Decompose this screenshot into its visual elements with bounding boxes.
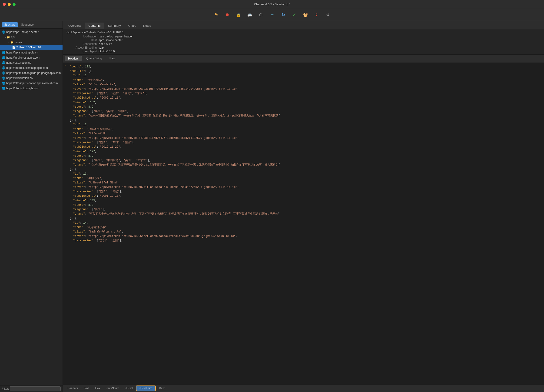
chevron-down-icon: ▾ (5, 36, 6, 39)
tree-item-label: https://init.itunes.apple.com (6, 56, 40, 59)
tree-item-smoot[interactable]: 🌐 https://api.smoot.apple.cn (0, 50, 63, 55)
json-line: "id": 11, (66, 73, 540, 78)
json-line: "score": 8.9, (66, 154, 540, 158)
chevron-down-icon: ▾ (8, 41, 10, 44)
lock-icon[interactable]: 🔒 (235, 12, 242, 18)
json-line: "minute": 135, (66, 199, 540, 203)
tree-item-notion-www[interactable]: 🌐 https://www.notion.so (0, 76, 63, 81)
bottom-tab-javascript[interactable]: JavaScript (103, 386, 122, 391)
globe-icon: 🌐 (2, 87, 5, 90)
tree-item-itunes[interactable]: 🌐 https://init.itunes.apple.com (0, 55, 63, 60)
stop-icon[interactable]: ⬡ (258, 12, 264, 18)
pen-icon[interactable]: ✏ (269, 12, 275, 18)
filter-input[interactable] (10, 386, 61, 391)
meta-key-logheader: log-header (66, 35, 97, 38)
sidebar: Structure Sequence 🌐 https://app1.scrape… (0, 21, 63, 392)
globe-icon: 🌐 (2, 77, 5, 80)
json-line: "alias": "A Beautiful Mind", (66, 181, 540, 185)
basket-icon[interactable]: 🧺 (302, 12, 309, 18)
json-line: }, { (66, 216, 540, 221)
tree-item-splunk[interactable]: 🌐 https://http-inputs-notion.splunkcloud… (0, 81, 63, 86)
bottom-tab-json[interactable]: JSON (123, 386, 136, 391)
json-line: "categories": ["剧情", "传记"], (66, 190, 540, 194)
tree-item-label: https://http-inputs-notion.splunkcloud.c… (6, 82, 58, 85)
meta-val-useragent: okhttp/3.10.0 (99, 50, 540, 53)
tab-notes[interactable]: Notes (140, 23, 155, 29)
sidebar-tree: 🌐 https://app1.scrape.center ▾ 📁 api ▾ 📁… (0, 29, 63, 385)
tree-item-label: https://android.clients.google.com (6, 66, 48, 70)
sub-tabs: Headers Query String Raw (63, 55, 544, 63)
tree-item-google[interactable]: 🌐 https://clients2.google.com (0, 86, 63, 91)
json-line: "cover": "https://p1.meituan.net/movie/0… (66, 234, 540, 238)
bottom-tab-json-text[interactable]: JSON Text (136, 386, 156, 391)
sub-tab-raw[interactable]: Raw (106, 56, 118, 61)
json-line: "count": 102, (66, 65, 540, 69)
gear-icon[interactable]: ⚙ (325, 12, 331, 18)
json-line: "score": 8.8, (66, 203, 540, 207)
tree-item-app1[interactable]: 🌐 https://app1.scrape.center (0, 30, 63, 35)
toolbar: ⚑ ⏺ 🔒 🚐 ⬡ ✏ ↻ ✓ 🧺 🎙 ⚙ (0, 9, 544, 21)
json-line: "categories": ["剧情", "奇幻", "冒险"], (66, 140, 540, 145)
close-button[interactable] (3, 3, 6, 6)
file-icon: 📄 (12, 46, 15, 49)
content-tabs: Overview Contents Summary Chart Notes (63, 21, 544, 29)
bottom-tabs: Headers Text Hex JavaScript JSON JSON Te… (63, 384, 544, 392)
tree-item-label: https://www.notion.so (6, 77, 33, 80)
tree-item-optimization[interactable]: 🌐 https://optimizationguide-pa.googleapi… (0, 71, 63, 76)
json-line: }, { (66, 118, 540, 123)
globe-icon: 🌐 (2, 61, 5, 64)
record-icon[interactable]: ⏺ (224, 12, 231, 18)
sidebar-tab-structure[interactable]: Structure (2, 22, 18, 27)
tree-item-android[interactable]: 🌐 https://android.clients.google.com (0, 65, 63, 71)
tree-item-label: ?offset=10&limit=10 (16, 46, 41, 49)
maximize-button[interactable] (12, 3, 16, 6)
bottom-tab-hex[interactable]: Hex (92, 386, 103, 391)
globe-icon: 🌐 (2, 30, 5, 34)
tree-item-notion-exp[interactable]: 🌐 https://exp.notion.so (0, 60, 63, 65)
minimize-button[interactable] (8, 3, 11, 6)
sub-tab-querystring[interactable]: Query String (83, 56, 105, 61)
tree-item-label: https://app1.scrape.center (6, 30, 39, 34)
filter-label: Filter: (2, 387, 9, 390)
meta-key-useragent: User-Agent (66, 50, 97, 53)
json-line: "drama": "《少年派的奇幻漂流》的故事开始于蒙特娄，也结束于蒙特娄。一名… (66, 163, 540, 167)
json-line: "id": 13, (66, 172, 540, 176)
json-line: "published_at": "2005-12-11", (66, 96, 540, 100)
json-line: "regions": ["美国", "中国台湾", "英国", "加拿大"], (66, 158, 540, 163)
tab-summary[interactable]: Summary (104, 23, 125, 29)
tree-item-api[interactable]: ▾ 📁 api (0, 35, 63, 40)
bottom-tab-headers[interactable]: Headers (65, 386, 81, 391)
bottom-tab-raw[interactable]: Raw (156, 386, 167, 391)
refresh-icon[interactable]: ↻ (280, 12, 286, 18)
tab-chart[interactable]: Chart (125, 23, 140, 29)
json-line: "cover": "https://p0.meituan.net/movie/3… (66, 136, 540, 140)
meta-key-encoding: Accept-Encoding (66, 46, 97, 49)
json-line: "minute": 127, (66, 149, 540, 154)
torch-icon[interactable]: ⚑ (213, 12, 219, 18)
tree-item-label: movie (15, 41, 22, 44)
json-line: "name": "初恋这件小事", (66, 225, 540, 230)
check-icon[interactable]: ✓ (291, 12, 298, 18)
globe-icon: 🌐 (2, 71, 5, 75)
bottom-tab-text[interactable]: Text (81, 386, 92, 391)
sidebar-filter: Filter: (0, 385, 63, 392)
json-line: "regions": ["美国", "英国", "德国"], (66, 109, 540, 114)
globe-icon: 🌐 (2, 66, 5, 70)
mic-icon[interactable]: 🎙 (313, 12, 320, 18)
throttle-icon[interactable]: 🚐 (246, 12, 253, 18)
sidebar-tab-sequence[interactable]: Sequence (19, 22, 36, 27)
json-indicator (65, 65, 65, 65)
meta-val-encoding: gzip (99, 46, 540, 49)
meta-val-host: app1.scrape.center (99, 39, 540, 42)
tab-contents[interactable]: Contents (85, 23, 104, 29)
tree-item-movie[interactable]: ▾ 📁 movie (0, 40, 63, 45)
json-line: "id": 12, (66, 123, 540, 127)
request-meta: log-header I am the log request header. … (66, 35, 540, 53)
json-line: "drama": "在未来英国的极权统治下，一位名叫伊维（娜塔莉·波特曼 饰）的… (66, 114, 540, 118)
tab-overview[interactable]: Overview (65, 23, 85, 29)
folder-icon: 📁 (11, 41, 14, 44)
json-line: "alias": "V for Vendetta", (66, 83, 540, 87)
tree-item-offset[interactable]: 📄 ?offset=10&limit=10 (0, 45, 63, 50)
sub-tab-headers[interactable]: Headers (65, 56, 82, 61)
tree-item-label: api (11, 36, 15, 39)
